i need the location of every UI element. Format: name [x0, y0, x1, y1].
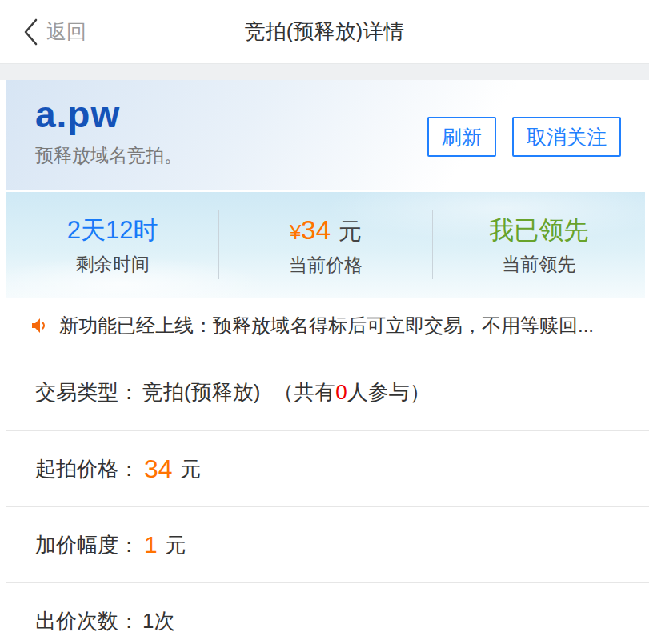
participants-count: 0	[335, 380, 347, 404]
refresh-button[interactable]: 刷新	[427, 117, 496, 157]
price-amount: 34	[301, 215, 331, 245]
trade-type-label: 交易类型：	[35, 378, 139, 406]
row-start-price: 起拍价格：34元	[6, 430, 649, 506]
stat-time-remaining: 2天12时 剩余时间	[6, 210, 218, 279]
back-label: 返回	[46, 18, 86, 45]
stat-current-price: ¥34元 当前价格	[218, 210, 431, 279]
row-trade-type: 交易类型：竞拍(预释放)（共有0人参与）	[6, 354, 649, 430]
page-title: 竞拍(预释放)详情	[0, 18, 649, 46]
currency-symbol: ¥	[290, 220, 301, 244]
increment-value: 1	[144, 531, 158, 558]
row-increment: 加价幅度：1元	[6, 506, 649, 582]
header-bar: 返回 竞拍(预释放)详情	[0, 0, 649, 64]
start-price-unit: 元	[181, 455, 202, 483]
row-bid-count: 出价次数：1次	[6, 582, 649, 644]
time-remaining-value: 2天12时	[6, 216, 218, 245]
section-gap	[0, 64, 649, 80]
current-price-label: 当前价格	[219, 253, 431, 278]
leader-value: 我已领先	[433, 216, 645, 245]
start-price-label: 起拍价格：	[35, 455, 139, 483]
trade-type-value: 竞拍(预释放)	[142, 378, 260, 406]
announcement-text: 新功能已经上线：预释放域名得标后可立即交易，不用等赎回...	[59, 313, 594, 338]
current-price-value: ¥34元	[219, 215, 431, 246]
domain-card: a.pw 预释放域名竞拍。 刷新 取消关注	[6, 80, 645, 190]
start-price-value: 34	[144, 454, 173, 484]
leader-label: 当前领先	[433, 252, 645, 277]
back-button[interactable]: 返回	[22, 18, 86, 46]
bid-count-value: 1次	[142, 607, 174, 635]
increment-label: 加价幅度：	[35, 531, 139, 559]
time-remaining-label: 剩余时间	[6, 252, 218, 277]
stats-strip: 2天12时 剩余时间 ¥34元 当前价格 我已领先 当前领先	[6, 192, 645, 298]
announcement-bar[interactable]: 新功能已经上线：预释放域名得标后可立即交易，不用等赎回...	[6, 298, 649, 354]
participants-info: （共有0人参与）	[273, 378, 430, 406]
bid-count-label: 出价次数：	[35, 607, 139, 635]
stat-current-leader: 我已领先 当前领先	[432, 210, 645, 279]
speaker-icon	[30, 316, 50, 335]
card-buttons: 刷新 取消关注	[427, 117, 621, 157]
chevron-left-icon	[22, 18, 38, 46]
increment-unit: 元	[166, 531, 186, 559]
unfollow-button[interactable]: 取消关注	[512, 117, 621, 157]
price-unit: 元	[339, 218, 362, 244]
